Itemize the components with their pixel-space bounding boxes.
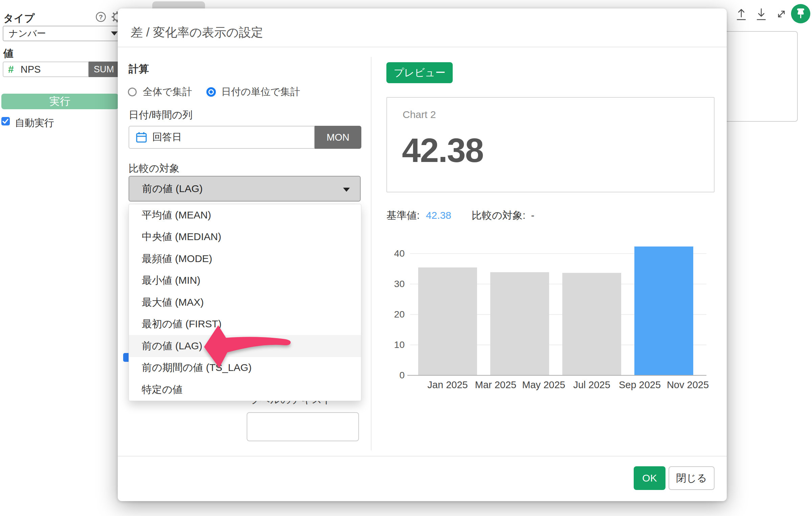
preview-button[interactable]: プレビュー bbox=[386, 62, 453, 83]
radio-by-date-label[interactable]: 日付の単位で集計 bbox=[221, 85, 300, 99]
ok-button[interactable]: OK bbox=[634, 466, 666, 490]
calc-radio-group: 全体で集計 日付の単位で集計 bbox=[128, 85, 300, 99]
dropdown-option[interactable]: 最頻値 (MODE) bbox=[129, 248, 361, 270]
check-icon bbox=[1, 117, 10, 125]
app-root: タイプ ? ナンバー 値 # NPS SUM 実行 自動実行 bbox=[0, 0, 812, 516]
aggregate-badge[interactable]: SUM bbox=[89, 62, 119, 77]
calc-section-label: 計算 bbox=[129, 62, 149, 76]
compare-target-label: 比較の対象: bbox=[472, 210, 525, 221]
chart-card-title: Chart 2 bbox=[403, 109, 436, 120]
baseline-value: 42.38 bbox=[426, 210, 451, 221]
type-select[interactable]: ナンバー bbox=[3, 26, 129, 41]
date-col-field[interactable]: 回答日 bbox=[129, 126, 315, 149]
header-divider bbox=[118, 47, 727, 47]
radio-overall-label[interactable]: 全体で集計 bbox=[143, 85, 192, 99]
pane-divider bbox=[371, 57, 371, 450]
expand-icon[interactable] bbox=[775, 7, 788, 21]
value-field-text: NPS bbox=[21, 64, 41, 75]
help-icon[interactable]: ? bbox=[95, 11, 107, 23]
calendar-icon bbox=[136, 132, 147, 143]
date-col-label: 日付/時間の列 bbox=[129, 108, 193, 122]
close-button[interactable]: 閉じる bbox=[669, 466, 715, 490]
chevron-down-icon bbox=[343, 188, 350, 192]
upload-icon[interactable] bbox=[735, 7, 748, 21]
baseline-label: 基準値: bbox=[386, 210, 420, 221]
date-col-value: 回答日 bbox=[152, 131, 182, 144]
chart-card-value: 42.38 bbox=[402, 131, 483, 170]
footer-divider bbox=[118, 456, 727, 456]
radio-overall[interactable] bbox=[128, 88, 137, 96]
auto-run-label: 自動実行 bbox=[15, 116, 54, 130]
annotation-arrow-icon bbox=[183, 311, 304, 379]
value-label: 値 bbox=[3, 47, 14, 61]
dropdown-option[interactable]: 特定の値 bbox=[129, 379, 361, 401]
type-label: タイプ bbox=[3, 11, 35, 25]
type-select-value: ナンバー bbox=[9, 27, 46, 40]
dropdown-option[interactable]: 中央値 (MEDIAN) bbox=[129, 226, 361, 248]
pin-button[interactable] bbox=[791, 4, 810, 23]
dropdown-option[interactable]: 最小値 (MIN) bbox=[129, 270, 361, 292]
number-type-icon: # bbox=[8, 64, 14, 75]
auto-run-checkbox[interactable] bbox=[1, 117, 10, 125]
download-icon[interactable] bbox=[755, 7, 768, 21]
modal-title: 差 / 変化率の表示の設定 bbox=[131, 24, 263, 41]
date-unit-button[interactable]: MON bbox=[315, 126, 361, 149]
chart-card: Chart 2 42.38 bbox=[386, 97, 715, 192]
compare-select-value: 前の値 (LAG) bbox=[142, 182, 203, 196]
compare-target-value: - bbox=[531, 210, 535, 221]
value-field[interactable]: # NPS bbox=[3, 62, 89, 77]
settings-modal: 差 / 変化率の表示の設定 計算 全体で集計 日付の単位で集計 日付/時間の列 … bbox=[118, 8, 727, 501]
run-button[interactable]: 実行 bbox=[1, 94, 118, 109]
pin-icon bbox=[791, 4, 810, 23]
compare-label: 比較の対象 bbox=[129, 162, 180, 175]
label-text-input[interactable] bbox=[247, 412, 359, 441]
svg-text:?: ? bbox=[99, 14, 103, 21]
baseline-row: 基準値: 42.38 比較の対象: - bbox=[386, 209, 535, 222]
dropdown-option[interactable]: 平均値 (MEAN) bbox=[129, 204, 361, 226]
dropdown-option[interactable]: 最大値 (MAX) bbox=[129, 291, 361, 313]
chevron-down-icon bbox=[111, 31, 118, 36]
radio-by-date[interactable] bbox=[206, 87, 216, 97]
compare-select[interactable]: 前の値 (LAG) bbox=[129, 176, 361, 202]
